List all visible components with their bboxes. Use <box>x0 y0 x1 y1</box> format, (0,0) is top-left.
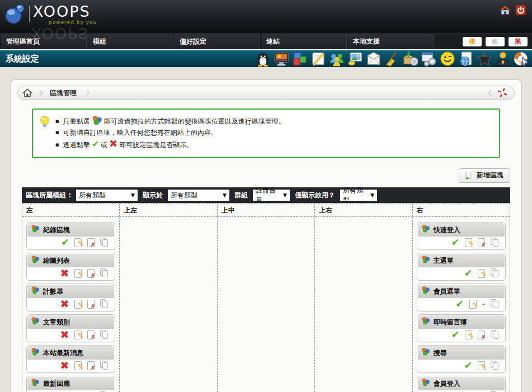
clone-icon[interactable] <box>491 330 500 339</box>
block-card: 快速登入✔✎✗ <box>417 222 506 250</box>
edit-icon[interactable]: ✎ <box>478 269 485 278</box>
dropdown-caret-icon: ▼ <box>223 192 227 198</box>
blocks-mini-icon <box>31 347 40 358</box>
users-icon[interactable] <box>495 50 511 67</box>
tplsets-icon[interactable] <box>458 50 474 67</box>
delete-icon[interactable]: ✗ <box>87 269 95 278</box>
toggle-visible-icon[interactable]: ✔ <box>464 361 472 370</box>
edit-icon[interactable]: ✎ <box>465 238 472 247</box>
nav-item-2[interactable]: 模組 <box>87 34 173 49</box>
delete-icon[interactable]: ✗ <box>87 361 95 370</box>
toggle-visible-icon[interactable]: ✔ <box>464 268 472 278</box>
block-drag-handle[interactable]: 計數器 <box>27 285 114 298</box>
block-card: 縮圖列表✖✎✗ <box>26 253 115 281</box>
block-card: 本站最新消息✖✎✗ <box>26 345 115 373</box>
block-drag-handle[interactable]: 會員登入 <box>418 377 505 390</box>
clone-icon[interactable] <box>100 268 110 278</box>
delete-icon[interactable]: ✗ <box>87 238 95 247</box>
smilies-icon[interactable] <box>439 50 456 67</box>
nav-item-4[interactable]: 連結 <box>260 34 347 49</box>
blocks-mini-icon <box>421 255 430 266</box>
preferences-icon[interactable] <box>421 50 437 67</box>
avatars-icon[interactable] <box>255 50 271 67</box>
blocks-icon[interactable] <box>291 50 308 67</box>
system-bar: 系統設定 <box>0 49 532 68</box>
clone-icon[interactable] <box>100 299 110 309</box>
nav-item-3[interactable]: 偏好設定 <box>173 34 260 49</box>
block-title: 文章類別 <box>43 318 70 327</box>
toggle-hidden-icon[interactable]: ✖ <box>60 268 69 278</box>
theme-button-1[interactable]: 橙 <box>463 37 482 46</box>
toggle-visible-icon[interactable]: ✔ <box>451 330 459 339</box>
edit-icon[interactable]: ✎ <box>74 269 82 278</box>
block-card: 會員登入✖✎ <box>417 376 506 392</box>
block-drag-handle[interactable]: 快速登入 <box>418 223 505 237</box>
userrank-icon[interactable] <box>476 50 493 67</box>
maintenance-icon[interactable] <box>384 50 401 67</box>
theme-button-2[interactable]: 銀 <box>486 37 505 46</box>
block-drag-handle[interactable]: 紀錄區塊 <box>27 223 114 237</box>
check-icon[interactable]: ✔ <box>92 139 99 149</box>
block-drag-handle[interactable]: 主選單 <box>418 254 505 267</box>
toggle-hidden-icon[interactable]: ✖ <box>60 299 69 309</box>
toggle-hidden-icon[interactable]: ✖ <box>60 360 69 371</box>
block-drag-handle[interactable]: 最新回應 <box>27 377 114 390</box>
edit-icon[interactable]: ✎ <box>74 361 82 370</box>
breadcrumb-separator <box>84 90 90 96</box>
toggle-visible-icon[interactable]: ✔ <box>451 238 459 247</box>
block-drag-handle[interactable]: 搜尋 <box>418 346 505 360</box>
modulesadmin-icon[interactable] <box>402 50 419 67</box>
images-icon[interactable] <box>347 50 364 67</box>
help-icon[interactable] <box>513 50 530 67</box>
filter-select-4[interactable]: 所有類型▼ <box>340 190 377 201</box>
logo-reflection: XOOPS <box>31 25 89 42</box>
column-左: 左紀錄區塊✔✎✗縮圖列表✖✎✗計數器✖✎✗文章類別✖✎✗本站最新消息✖✎✗最新回… <box>22 204 119 392</box>
edit-icon[interactable]: ✎ <box>74 330 82 339</box>
clone-icon[interactable] <box>491 361 500 370</box>
column-header: 上中 <box>218 204 314 217</box>
block-drag-handle[interactable]: 即時留言簿 <box>418 315 505 329</box>
edit-icon[interactable]: ✎ <box>465 330 472 339</box>
filter-select-1[interactable]: 所有類型▼ <box>76 190 138 201</box>
block-drag-handle[interactable]: 文章類別 <box>27 315 114 329</box>
pinwheel-icon[interactable] <box>496 87 509 99</box>
block-drag-handle[interactable]: 會員選單 <box>418 285 505 298</box>
breadcrumb-home-icon[interactable] <box>18 87 37 98</box>
delete-icon[interactable]: ✗ <box>87 300 95 309</box>
nav-item-5[interactable]: 本地支援 <box>347 34 434 49</box>
dropdown-caret-icon: ▼ <box>131 192 135 198</box>
delete-icon[interactable]: ✗ <box>478 330 485 339</box>
edit-icon[interactable]: ✎ <box>469 300 477 309</box>
add-block-button[interactable]: 新增區塊 <box>459 168 510 183</box>
block-title: 搜尋 <box>434 348 447 358</box>
toggle-visible-icon[interactable]: ✔ <box>61 238 69 247</box>
toggle-visible-icon[interactable]: ✔ <box>455 299 463 309</box>
blocks-mini-icon <box>421 347 430 358</box>
power-icon[interactable] <box>515 4 526 16</box>
delete-icon[interactable]: ✗ <box>87 330 95 339</box>
toggle-hidden-icon[interactable]: ✖ <box>60 329 69 340</box>
banners-icon[interactable] <box>273 50 290 67</box>
mailusers-icon[interactable] <box>365 50 382 67</box>
logo-text: XOOPS <box>33 2 97 21</box>
delete-icon[interactable]: ✗ <box>478 238 485 247</box>
block-drag-handle[interactable]: 縮圖列表 <box>27 254 114 267</box>
cross-icon[interactable]: ✖ <box>109 138 117 149</box>
block-drag-handle[interactable]: 本站最新消息 <box>27 346 114 360</box>
edit-icon[interactable]: ✎ <box>74 238 82 247</box>
edit-icon[interactable]: ✎ <box>74 300 82 309</box>
clone-icon[interactable] <box>491 268 500 278</box>
clone-icon[interactable] <box>100 238 110 247</box>
filter-select-3[interactable]: 註冊會員▼ <box>253 190 290 201</box>
clone-icon[interactable] <box>100 361 110 370</box>
clone-icon[interactable] <box>491 299 500 309</box>
clone-icon[interactable] <box>491 238 500 247</box>
blocks-mini-icon <box>421 378 430 389</box>
clone-icon[interactable] <box>100 330 110 339</box>
edit-icon[interactable]: ✎ <box>478 361 485 370</box>
theme-button-3[interactable]: 黑 <box>509 37 528 46</box>
comments-icon[interactable] <box>310 50 327 67</box>
groups-icon[interactable] <box>328 50 345 67</box>
filter-select-2[interactable]: 所有類型▼ <box>168 190 229 201</box>
home-icon[interactable] <box>500 4 511 16</box>
